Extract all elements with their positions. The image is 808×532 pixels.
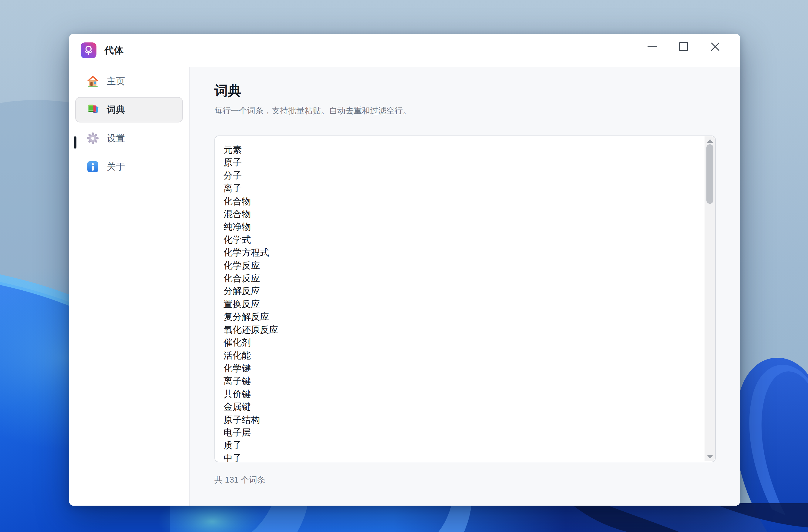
sidebar-item-label: 设置 xyxy=(107,132,125,145)
sidebar-item-home[interactable]: 主页 xyxy=(75,69,183,94)
main-panel: 词典 每行一个词条，支持批量粘贴。自动去重和过滤空行。 元素 原子 分子 离子 … xyxy=(190,67,740,506)
sidebar-item-settings[interactable]: 设置 xyxy=(75,126,183,151)
entry-count-label: 共 131 个词条 xyxy=(215,474,740,485)
sidebar-item-about[interactable]: 关于 xyxy=(75,154,183,179)
dictionary-textarea[interactable]: 元素 原子 分子 离子 化合物 混合物 纯净物 化学式 化学方程式 化学反应 化… xyxy=(215,135,716,462)
textarea-scrollbar[interactable] xyxy=(704,136,715,461)
desktop: 代体 xyxy=(0,0,808,532)
page-subtitle: 每行一个词条，支持批量粘贴。自动去重和过滤空行。 xyxy=(215,105,740,116)
maximize-icon xyxy=(679,42,688,51)
house-icon xyxy=(87,75,99,88)
scroll-down-arrow-icon[interactable] xyxy=(707,455,713,459)
scrollbar-thumb[interactable] xyxy=(706,144,713,204)
sidebar-item-dictionary[interactable]: 词典 xyxy=(75,97,183,122)
active-indicator xyxy=(74,136,76,149)
page-title: 词典 xyxy=(215,82,740,100)
sidebar-item-label: 关于 xyxy=(107,161,125,173)
app-icon microphone-icon xyxy=(81,42,96,58)
sidebar-item-label: 主页 xyxy=(107,75,125,88)
close-button[interactable] xyxy=(707,39,723,55)
close-icon xyxy=(710,41,720,52)
sidebar-item-label: 词典 xyxy=(107,104,125,116)
scroll-up-arrow-icon[interactable] xyxy=(707,139,713,143)
info-icon xyxy=(87,160,99,173)
minimize-icon xyxy=(647,46,657,47)
gear-icon xyxy=(87,132,99,145)
maximize-button[interactable] xyxy=(676,39,692,55)
sidebar: 主页 词典 xyxy=(69,67,190,506)
books-icon xyxy=(87,103,99,116)
window-controls xyxy=(644,34,723,59)
window-title: 代体 xyxy=(104,44,124,57)
titlebar[interactable]: 代体 xyxy=(69,34,740,67)
app-window: 代体 xyxy=(69,34,740,506)
minimize-button[interactable] xyxy=(644,39,660,55)
sidebar-nav-list: 主页 词典 xyxy=(69,67,189,179)
dictionary-entries-text: 元素 原子 分子 离子 化合物 混合物 纯净物 化学式 化学方程式 化学反应 化… xyxy=(215,136,704,462)
